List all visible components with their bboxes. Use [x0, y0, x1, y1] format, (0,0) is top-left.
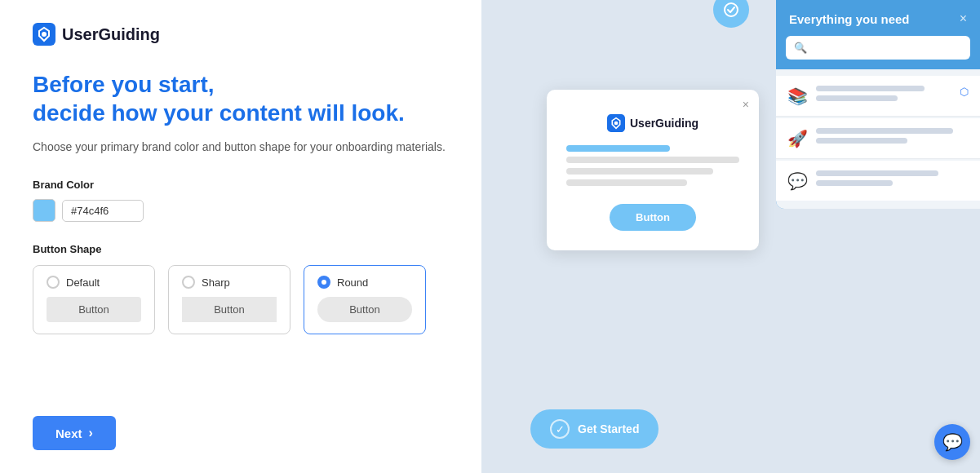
left-panel: UserGuiding Before you start,decide how … [0, 0, 481, 473]
color-input[interactable] [62, 200, 144, 222]
label-round: Round [337, 276, 368, 289]
logo: UserGuiding [33, 23, 449, 46]
item-emoji-1: 📚 [787, 86, 808, 106]
svg-point-1 [42, 32, 47, 37]
color-picker-row [33, 199, 449, 222]
modal-logo: UserGuiding [607, 114, 698, 132]
shape-option-sharp[interactable]: Sharp Button [168, 265, 290, 334]
brand-color-label: Brand Color [33, 179, 449, 191]
modal-line-accent [566, 145, 670, 152]
modal-card: × UserGuiding Button [547, 90, 759, 250]
checklist-panel: Everything you need × 🔍 📚 ⬡ 🚀 [776, 0, 980, 209]
logo-text: UserGuiding [62, 25, 160, 44]
button-shape-label: Button Shape [33, 243, 449, 255]
checklist-close-icon[interactable]: × [960, 11, 967, 26]
checklist-item-2[interactable]: 🚀 [776, 118, 980, 159]
get-started-bar[interactable]: ✓ Get Started [530, 409, 659, 449]
external-link-icon-1[interactable]: ⬡ [960, 86, 969, 98]
checklist-body: 📚 ⬡ 🚀 💬 [776, 69, 980, 209]
next-button[interactable]: Next › [33, 416, 116, 450]
color-swatch[interactable] [33, 199, 55, 222]
modal-close-icon[interactable]: × [743, 98, 749, 111]
headline: Before you start,decide how your content… [33, 70, 449, 127]
item-line-3b [816, 180, 893, 186]
get-started-check-icon: ✓ [550, 419, 570, 439]
svg-point-4 [614, 122, 619, 126]
radio-default [47, 276, 60, 289]
preview-btn-round: Button [317, 297, 412, 322]
preview-btn-default: Button [47, 297, 141, 322]
item-content-3 [816, 170, 969, 186]
checklist-item-3[interactable]: 💬 [776, 161, 980, 201]
chat-icon: 💬 [942, 432, 963, 452]
radio-sharp [182, 276, 195, 289]
right-panel: × UserGuiding Button Everything you need… [481, 0, 980, 473]
radio-row-sharp: Sharp [182, 276, 230, 289]
get-started-text: Get Started [578, 422, 639, 435]
item-line-1a [816, 86, 925, 91]
checklist-search[interactable]: 🔍 [786, 36, 970, 60]
shape-option-round[interactable]: Round Button [304, 265, 426, 334]
modal-lines [566, 145, 739, 186]
checklist-item-1[interactable]: 📚 ⬡ [776, 76, 980, 117]
label-default: Default [66, 276, 100, 289]
modal-logo-text: UserGuiding [630, 117, 698, 130]
preview-btn-sharp: Button [182, 297, 277, 322]
svg-point-2 [725, 3, 738, 16]
search-icon: 🔍 [794, 42, 807, 54]
chat-bubble[interactable]: 💬 [934, 424, 970, 460]
item-line-1b [816, 95, 898, 101]
subtext: Choose your primary brand color and butt… [33, 139, 449, 156]
next-label: Next [55, 427, 82, 440]
radio-row-round: Round [317, 276, 368, 289]
item-line-3a [816, 170, 938, 176]
shape-option-default[interactable]: Default Button [33, 265, 155, 334]
item-emoji-2: 🚀 [787, 129, 808, 148]
logo-icon [33, 23, 55, 46]
item-line-2a [816, 128, 953, 134]
checklist-header: Everything you need × [776, 0, 980, 36]
next-arrow-icon: › [89, 426, 93, 440]
modal-line-1 [566, 157, 739, 163]
shape-options: Default Button Sharp Button Round Button [33, 265, 449, 334]
radio-round [317, 276, 330, 289]
item-line-2b [816, 138, 907, 144]
modal-line-2 [566, 168, 713, 175]
item-content-2 [816, 128, 969, 144]
item-emoji-3: 💬 [787, 171, 808, 191]
modal-line-3 [566, 179, 687, 186]
radio-row-default: Default [47, 276, 100, 289]
modal-button[interactable]: Button [610, 204, 696, 231]
label-sharp: Sharp [202, 276, 230, 289]
checklist-title: Everything you need [789, 12, 910, 26]
top-circle [713, 0, 749, 28]
item-content-1 [816, 86, 951, 101]
